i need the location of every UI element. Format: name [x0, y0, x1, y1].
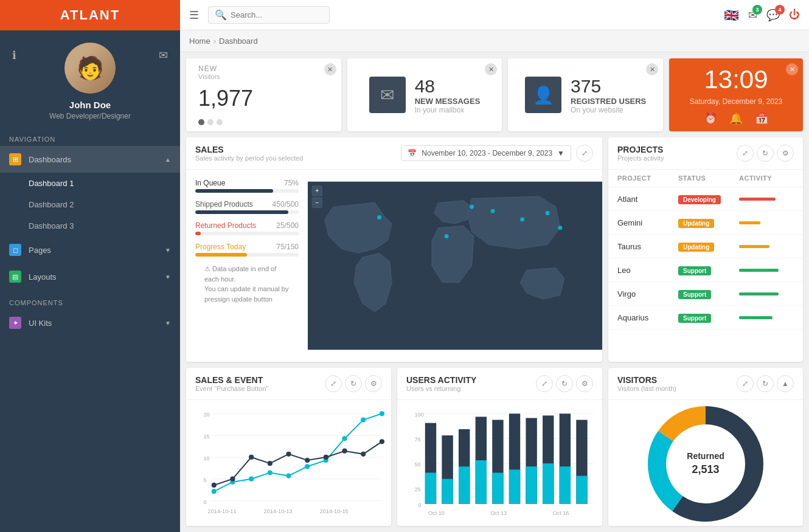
- sidebar-item-dashboards-label: Dashboards: [29, 155, 71, 164]
- visitors-label: NEW: [198, 64, 329, 73]
- sidebar-header: ATLANT: [0, 0, 180, 30]
- sidebar-item-pages[interactable]: ◻ Pages ▼: [0, 237, 180, 263]
- table-row: Gemini Updating: [608, 211, 803, 235]
- dot-1: [198, 119, 204, 125]
- search-icon: 🔍: [215, 9, 227, 21]
- svg-rect-72: [543, 463, 554, 503]
- pages-icon: ◻: [9, 244, 21, 256]
- svg-point-4: [520, 217, 524, 221]
- status-badge-virgo: Support: [678, 290, 711, 299]
- users-activity-settings-button[interactable]: ⚙: [576, 375, 593, 392]
- svg-rect-70: [509, 469, 520, 503]
- sales-event-refresh-button[interactable]: ↻: [345, 375, 362, 392]
- visitors-dots: [198, 119, 329, 125]
- visitors-expand-button[interactable]: ⤢: [737, 375, 754, 392]
- sidebar: ATLANT ℹ 🧑 ✉ John Doe Web Developer/Desi…: [0, 0, 180, 532]
- svg-text:0: 0: [418, 502, 422, 508]
- users-count: 375: [571, 76, 646, 97]
- sales-event-chart: 20 15 10 5 0: [186, 400, 391, 526]
- users-activity-refresh-button[interactable]: ↻: [556, 375, 573, 392]
- table-row: Aquarius Support: [608, 306, 803, 330]
- date-range-button[interactable]: 📅 November 10, 2023 - December 9, 2023 ▼: [401, 145, 571, 161]
- messages-label: NEW MESSAGES: [415, 97, 481, 106]
- svg-text:5: 5: [203, 477, 206, 483]
- chevron-down-icon: ▼: [165, 247, 171, 254]
- dashboards-icon: ⊞: [9, 153, 21, 165]
- returned-bar: [195, 232, 201, 235]
- flag-icon[interactable]: 🇬🇧: [724, 8, 739, 22]
- progress-value: 75/150: [276, 243, 299, 251]
- projects-refresh-button[interactable]: ↻: [757, 145, 774, 162]
- messages-close-button[interactable]: ✕: [485, 63, 497, 75]
- svg-point-40: [361, 452, 366, 457]
- shipped-value: 450/500: [273, 200, 299, 209]
- breadcrumb-home[interactable]: Home: [189, 36, 210, 46]
- visitors-up-button[interactable]: ▲: [777, 375, 794, 392]
- returned-value: 25/500: [276, 221, 299, 230]
- projects-table-header: PROJECT STATUS ACTIVITY: [608, 170, 803, 187]
- visitors-refresh-button[interactable]: ↻: [757, 375, 774, 392]
- svg-rect-68: [476, 460, 487, 504]
- projects-panel: PROJECTS Projects activity ⤢ ↻ ⚙ PROJECT…: [608, 137, 803, 362]
- sales-panel: SALES Sales activity by period you selec…: [186, 137, 602, 362]
- calendar-icon: 📅: [408, 149, 417, 157]
- chat-button[interactable]: 💬 4: [766, 9, 780, 22]
- bottom-row: SALES & EVENT Event "Purchase Button" ⤢ …: [186, 368, 803, 526]
- clock-calendar-icon[interactable]: 📅: [755, 112, 768, 125]
- svg-text:50: 50: [414, 461, 420, 468]
- sidebar-item-layouts[interactable]: ▤ Layouts ▼: [0, 263, 180, 290]
- menu-icon[interactable]: ☰: [189, 9, 199, 22]
- svg-text:75: 75: [414, 437, 420, 443]
- svg-text:2014-10-11: 2014-10-11: [208, 508, 237, 514]
- status-badge-gemini: Updating: [678, 219, 714, 228]
- svg-point-6: [558, 226, 562, 230]
- navigation-label: Navigation: [0, 126, 180, 146]
- clock-close-button[interactable]: ✕: [786, 63, 798, 75]
- svg-text:100: 100: [414, 412, 423, 418]
- svg-rect-67: [459, 466, 470, 503]
- messages-sub: In your mailbox: [415, 106, 481, 114]
- power-button[interactable]: ⏻: [789, 9, 800, 21]
- mail-button[interactable]: ✉ 3: [748, 9, 757, 22]
- sales-expand-button[interactable]: ⤢: [576, 145, 593, 162]
- svg-point-5: [546, 211, 550, 215]
- svg-text:2014-10-13: 2014-10-13: [264, 508, 293, 514]
- search-input[interactable]: [231, 10, 322, 19]
- projects-expand-button[interactable]: ⤢: [737, 145, 754, 162]
- svg-point-26: [286, 474, 291, 478]
- sidebar-item-uikits[interactable]: ✦ UI Kits ▼: [0, 309, 180, 336]
- svg-point-35: [268, 461, 273, 466]
- proj-name-leo: Leo: [617, 266, 678, 275]
- users-activity-expand-button[interactable]: ⤢: [536, 375, 553, 392]
- date-range-chevron: ▼: [557, 149, 564, 157]
- chat-badge: 4: [775, 5, 785, 15]
- svg-text:10: 10: [203, 455, 209, 461]
- svg-text:0: 0: [203, 499, 206, 505]
- sales-event-settings-button[interactable]: ⚙: [365, 375, 382, 392]
- clock-bell-icon[interactable]: 🔔: [729, 112, 743, 125]
- users-sub: On your website: [571, 106, 646, 114]
- sidebar-item-dashboard1[interactable]: Dashboard 1: [0, 173, 180, 194]
- sidebar-item-dashboard3[interactable]: Dashboard 3: [0, 215, 180, 237]
- projects-title: PROJECTS: [617, 145, 664, 154]
- visitors-close-button[interactable]: ✕: [324, 63, 336, 75]
- svg-rect-73: [560, 466, 571, 503]
- sidebar-item-dashboards[interactable]: ⊞ Dashboards ▲: [0, 146, 180, 173]
- clock-alarm-icon[interactable]: ⏰: [704, 112, 717, 125]
- users-close-button[interactable]: ✕: [646, 63, 658, 75]
- projects-settings-button[interactable]: ⚙: [777, 145, 794, 162]
- profile-mail-button[interactable]: ✉: [159, 49, 168, 62]
- donut-wrap: Returned 2,513: [614, 403, 797, 525]
- messages-count: 48: [415, 76, 481, 97]
- uikits-icon: ✦: [9, 317, 21, 329]
- search-box[interactable]: 🔍: [208, 6, 330, 24]
- svg-point-34: [249, 455, 254, 460]
- sidebar-item-dashboard2[interactable]: Dashboard 2: [0, 194, 180, 215]
- visitors-panel-header: VISITORS Visitors (last month) ⤢ ↻ ▲: [608, 368, 803, 400]
- sales-event-expand-button[interactable]: ⤢: [325, 375, 342, 392]
- app-logo: ATLANT: [60, 7, 120, 23]
- svg-point-30: [361, 417, 366, 422]
- proj-name-gemini: Gemini: [617, 218, 678, 227]
- chevron-up-icon: ▲: [165, 156, 171, 163]
- profile-info-button[interactable]: ℹ: [12, 49, 16, 62]
